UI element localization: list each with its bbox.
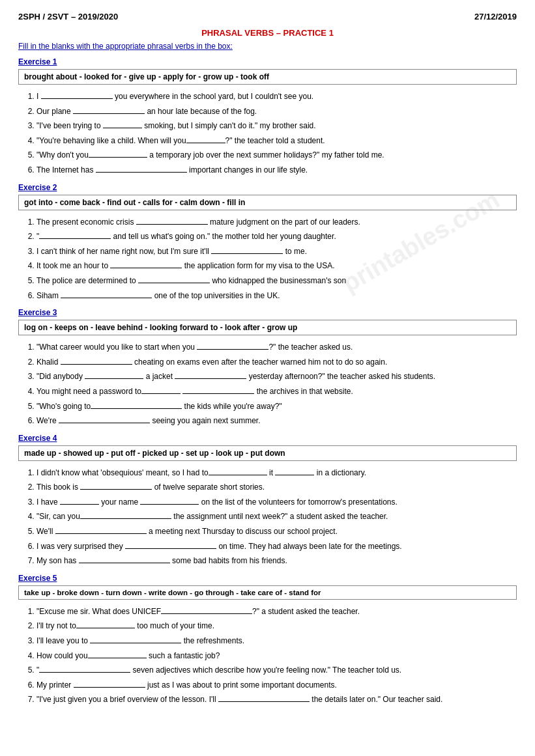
exercise-4-words: made up - showed up - put off - picked u… xyxy=(18,445,517,461)
exercise-3-words: log on - keeps on - leave behind - looki… xyxy=(18,320,517,335)
blank xyxy=(39,230,111,239)
exercise-5-list: "Excuse me sir. What does UNICEF?" a stu… xyxy=(36,605,517,706)
blank xyxy=(74,679,145,688)
exercise-1-label: Exercise 1 xyxy=(18,57,517,66)
list-item: Siham one of the top universities in the… xyxy=(36,289,517,302)
blank xyxy=(138,274,210,283)
exercise-3-label: Exercise 3 xyxy=(18,308,517,317)
list-item: "I've just given you a brief overview of… xyxy=(36,693,517,706)
list-item: I can't think of her name right now, but… xyxy=(36,245,517,258)
blank xyxy=(140,496,199,505)
blank xyxy=(90,634,181,643)
blank xyxy=(209,466,267,475)
exercise-2-list: The present economic crisis mature judgm… xyxy=(36,216,517,302)
list-item: "I've been trying to smoking, but I simp… xyxy=(36,119,517,132)
blank xyxy=(59,414,150,423)
blank xyxy=(79,554,170,563)
list-item: My printer just as I was about to print … xyxy=(36,679,517,692)
list-item: The Internet has important changes in ou… xyxy=(36,163,517,176)
list-item: "Why don't you a temporary job over the … xyxy=(36,148,517,161)
list-item: "Did anybody a jacket yesterday afternoo… xyxy=(36,370,517,383)
blank xyxy=(85,370,143,379)
exercise-4-label: Exercise 4 xyxy=(18,434,517,443)
blank xyxy=(55,525,147,534)
blank xyxy=(103,119,142,128)
blank xyxy=(141,385,181,394)
list-item: It took me an hour to the application fo… xyxy=(36,259,517,272)
list-item: Our plane an hour late because of the fo… xyxy=(36,105,517,118)
blank xyxy=(88,649,147,658)
blank xyxy=(182,385,254,394)
list-item: The present economic crisis mature judgm… xyxy=(36,216,517,229)
list-item: The police are determined to who kidnapp… xyxy=(36,274,517,287)
instruction: Fill in the blanks with the appropriate … xyxy=(18,42,517,51)
header-right: 27/12/2019 xyxy=(474,12,517,21)
blank xyxy=(80,481,152,490)
blank xyxy=(136,216,208,225)
list-item: "Who's going to the kids while you're aw… xyxy=(36,400,517,413)
blank xyxy=(175,370,246,379)
blank xyxy=(161,605,252,614)
blank xyxy=(110,259,182,268)
list-item: I was very surprised they on time. They … xyxy=(36,540,517,553)
blank xyxy=(61,289,152,298)
list-item: Khalid cheating on exams even after the … xyxy=(36,356,517,369)
list-item: "Excuse me sir. What does UNICEF?" a stu… xyxy=(36,605,517,618)
list-item: "Sir, can you the assignment until next … xyxy=(36,510,517,523)
exercise-1-words: brought about - looked for - give up - a… xyxy=(18,69,517,85)
list-item: I'll leave you to the refreshments. xyxy=(36,634,517,647)
blank xyxy=(76,619,135,628)
blank xyxy=(275,466,314,475)
blank xyxy=(41,90,113,99)
list-item: We're seeing you again next summer. xyxy=(36,414,517,427)
blank xyxy=(125,540,216,549)
list-item: I have your name on the list of the volu… xyxy=(36,496,517,509)
blank xyxy=(80,510,171,519)
exercise-2-label: Exercise 2 xyxy=(18,183,517,192)
blank xyxy=(218,693,310,702)
exercise-5-label: Exercise 5 xyxy=(18,574,517,583)
blank xyxy=(73,105,145,114)
list-item: My son has some bad habits from his frie… xyxy=(36,554,517,567)
header-left: 2SPH / 2SVT – 2019/2020 xyxy=(18,12,118,21)
page-title: PHRASAL VERBS – PRACTICE 1 xyxy=(18,28,517,38)
blank xyxy=(96,163,187,173)
blank xyxy=(91,400,182,409)
exercise-1-list: I you everywhere in the school yard, but… xyxy=(36,90,517,176)
list-item: I didn't know what 'obsequious' meant, s… xyxy=(36,466,517,479)
blank xyxy=(197,341,268,350)
blank xyxy=(39,664,130,673)
list-item: You might need a password to the archive… xyxy=(36,385,517,398)
list-item: How could you such a fantastic job? xyxy=(36,649,517,662)
list-item: I you everywhere in the school yard, but… xyxy=(36,90,517,103)
blank xyxy=(60,496,99,505)
list-item: "What career would you like to start whe… xyxy=(36,341,517,354)
exercise-4-list: I didn't know what 'obsequious' meant, s… xyxy=(36,466,517,567)
blank xyxy=(89,148,147,158)
exercise-5-words: take up - broke down - turn down - write… xyxy=(18,585,517,600)
list-item: We'll a meeting next Thursday to discuss… xyxy=(36,525,517,538)
exercise-2-words: got into - come back - find out - calls … xyxy=(18,195,517,210)
blank xyxy=(186,134,225,143)
list-item: "You're behaving like a child. When will… xyxy=(36,134,517,147)
list-item: I'll try not to too much of your time. xyxy=(36,619,517,632)
blank xyxy=(61,356,132,365)
exercise-3-list: "What career would you like to start whe… xyxy=(36,341,517,427)
list-item: " seven adjectives which describe how yo… xyxy=(36,664,517,677)
blank xyxy=(211,245,283,254)
list-item: " and tell us what's going on." the moth… xyxy=(36,230,517,243)
list-item: This book is of twelve separate short st… xyxy=(36,481,517,494)
